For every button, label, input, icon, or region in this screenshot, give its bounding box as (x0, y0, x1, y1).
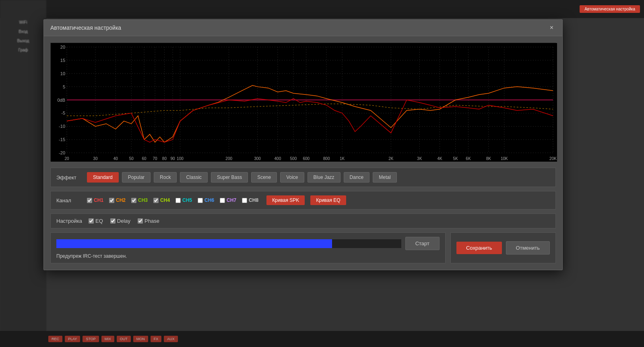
settings-item-phase: Phase (138, 218, 159, 224)
channel-label-ch8: CH8 (249, 197, 258, 203)
bottom-btn-fx[interactable]: FX (151, 336, 162, 342)
progress-status-text: Предупреж IRC-тест завершен. (56, 253, 440, 259)
channel-checkbox-ch4[interactable] (153, 198, 159, 203)
channel-label-ch7: CH7 (227, 197, 236, 203)
channel-item-ch1: CH1 (87, 197, 103, 203)
channel-label-ch3: CH3 (138, 197, 148, 203)
settings-row: Настройка EQ Delay Phase (50, 214, 556, 228)
eq-chart-canvas (51, 43, 557, 162)
sidebar-item: Выход (4, 39, 42, 43)
channel-checkbox-ch2[interactable] (109, 198, 114, 203)
start-button[interactable]: Старт (405, 237, 440, 250)
bottom-btn-rec[interactable]: REC (48, 336, 62, 342)
progress-bar-container (56, 239, 401, 248)
top-button-right[interactable]: Автоматическая настройка (580, 5, 640, 13)
effect-btn-voice[interactable]: Voice (280, 172, 304, 183)
top-bar: Подписи Автоматическая настройка (0, 0, 644, 18)
effect-row: Эффект Standard Popular Rock Classic Sup… (50, 168, 556, 187)
effect-btn-dance[interactable]: Dance (344, 172, 370, 183)
bottom-btn-stop[interactable]: STOP (83, 336, 99, 342)
effect-btn-rock[interactable]: Rock (154, 172, 177, 183)
channel-checkbox-ch5[interactable] (175, 198, 181, 203)
channel-label-ch1: CH1 (94, 197, 103, 203)
channel-item-ch8: CH8 (242, 197, 258, 203)
bottom-btn-play[interactable]: PLAY (65, 336, 80, 342)
effect-label: Эффект (56, 175, 80, 181)
channel-label-ch5: CH5 (182, 197, 192, 203)
channel-checkbox-ch8[interactable] (242, 198, 247, 203)
dialog-body: Эффект Standard Popular Rock Classic Sup… (44, 36, 562, 270)
dialog-title: Автоматическая настройка (50, 25, 121, 31)
save-button[interactable]: Сохранить (456, 242, 502, 254)
settings-label: Настройка (56, 218, 82, 224)
curve-eq-button[interactable]: Кривая EQ (310, 195, 346, 205)
bottom-btn-out[interactable]: OUT (117, 336, 131, 342)
effect-btn-scene[interactable]: Scene (251, 172, 277, 183)
channel-checkbox-ch1[interactable] (87, 198, 92, 203)
settings-checkbox-eq[interactable] (89, 218, 94, 224)
bottom-btn-aux[interactable]: AUX (164, 336, 178, 342)
settings-label-phase: Phase (144, 218, 159, 224)
auto-settings-dialog: Автоматическая настройка × Эффект Standa… (43, 19, 563, 270)
channel-label-ch2: CH2 (116, 197, 126, 203)
effect-btn-superbass[interactable]: Super Bass (211, 172, 248, 183)
eq-chart-container (50, 43, 556, 161)
cancel-button[interactable]: Отменить (506, 241, 550, 255)
channel-item-ch2: CH2 (109, 197, 126, 203)
effect-btn-metal[interactable]: Metal (373, 172, 396, 183)
settings-label-delay: Delay (117, 218, 130, 224)
progress-bar-fill (56, 239, 332, 248)
action-box: Сохранить Отменить (450, 232, 556, 263)
settings-checkbox-phase[interactable] (138, 218, 143, 224)
curve-spk-button[interactable]: Кривая SPK (266, 195, 305, 205)
channel-label-ch6: CH6 (204, 197, 214, 203)
sidebar-item: WiFi (4, 20, 42, 25)
dialog-titlebar: Автоматическая настройка × (44, 20, 562, 36)
left-sidebar: WiFi Вход Выход Граф (0, 0, 46, 347)
channel-label: Канал (56, 197, 80, 203)
sidebar-item: Граф (4, 48, 42, 52)
settings-item-eq: EQ (89, 218, 103, 224)
effect-btn-popular[interactable]: Popular (122, 172, 151, 183)
close-button[interactable]: × (547, 24, 556, 32)
channel-label-ch4: CH4 (160, 197, 170, 203)
progress-actions-row: Старт Предупреж IRC-тест завершен. Сохра… (50, 232, 556, 263)
effect-btn-standard[interactable]: Standard (87, 172, 119, 183)
channel-item-ch3: CH3 (131, 197, 148, 203)
effect-btn-classic[interactable]: Classic (180, 172, 208, 183)
sidebar-item: Вход (4, 29, 42, 34)
progress-box: Старт Предупреж IRC-тест завершен. (50, 232, 446, 263)
channel-row: Канал CH1 CH2 CH3 CH4 CH5 (50, 191, 556, 209)
settings-label-eq: EQ (95, 218, 103, 224)
effect-btn-bluejazz[interactable]: Blue Jazz (308, 172, 341, 183)
channel-item-ch7: CH7 (220, 197, 236, 203)
bottom-bar: REC PLAY STOP MIX OUT MON FX AUX (0, 331, 644, 347)
channel-checkbox-ch3[interactable] (131, 198, 136, 203)
channel-item-ch5: CH5 (175, 197, 192, 203)
channel-item-ch4: CH4 (153, 197, 170, 203)
settings-checkbox-delay[interactable] (110, 218, 116, 224)
settings-item-delay: Delay (110, 218, 130, 224)
bottom-btn-mix[interactable]: MIX (101, 336, 114, 342)
channel-checkbox-ch7[interactable] (220, 198, 225, 203)
channel-item-ch6: CH6 (198, 197, 214, 203)
progress-inner: Старт (56, 237, 440, 250)
channel-checkbox-ch6[interactable] (198, 198, 203, 203)
bottom-btn-mon[interactable]: MON (133, 336, 148, 342)
